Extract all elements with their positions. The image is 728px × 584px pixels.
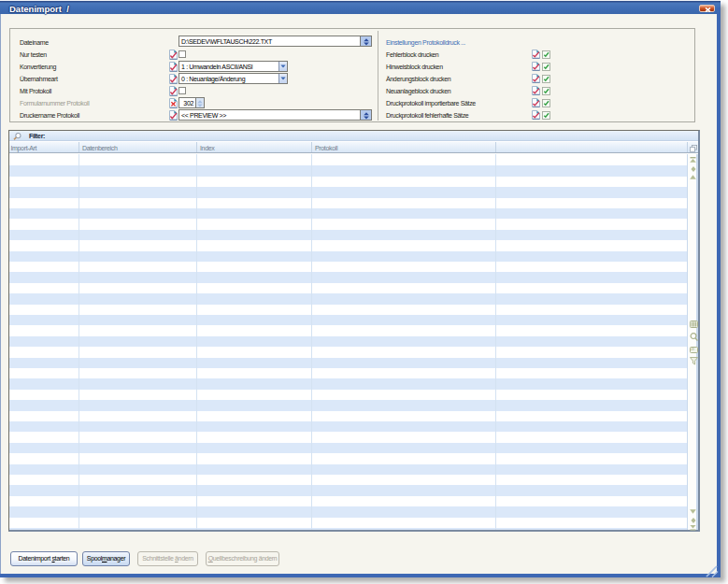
svg-text:²³: ²³ xyxy=(691,347,694,352)
